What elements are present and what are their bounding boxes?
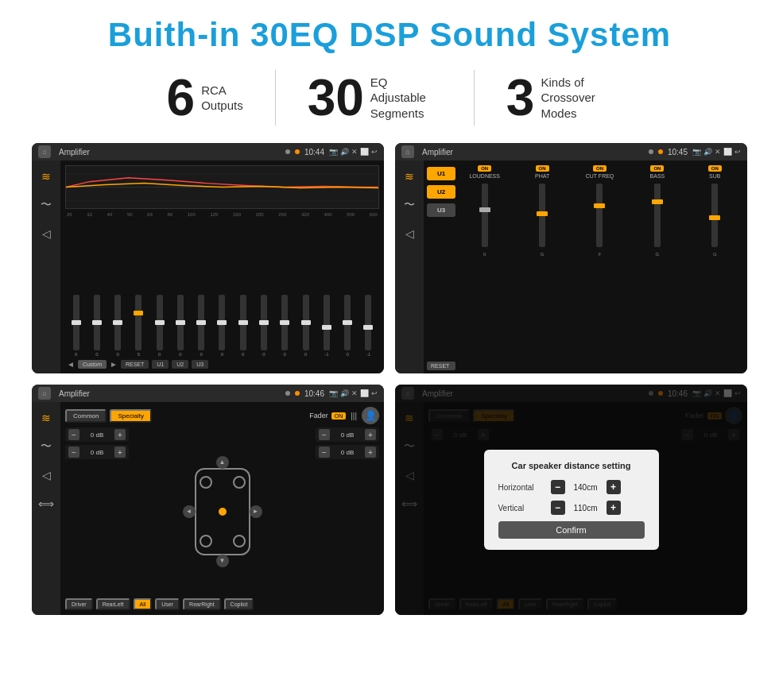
- distance-vertical-plus[interactable]: +: [607, 501, 621, 515]
- distance-dialog-title: Car speaker distance setting: [498, 461, 645, 470]
- fader-on-badge[interactable]: ON: [331, 412, 347, 420]
- crossover-u3-btn[interactable]: U3: [427, 203, 455, 217]
- eq-reset-btn[interactable]: RESET: [121, 360, 149, 369]
- crossover-reset-btn[interactable]: RESET: [427, 362, 455, 370]
- cutfreq-label: CUT FREQ: [586, 173, 614, 179]
- eq-label-100: 100: [188, 212, 196, 217]
- distance-horizontal-minus[interactable]: −: [551, 480, 565, 494]
- stat-rca-number: 6: [167, 72, 196, 123]
- eq-label-32: 32: [87, 212, 92, 217]
- fader-vol-plus-4[interactable]: +: [365, 447, 376, 458]
- fader-all-btn[interactable]: All: [134, 598, 153, 610]
- eq-custom-btn[interactable]: Custom: [78, 360, 107, 369]
- eq-u2-btn[interactable]: U2: [172, 360, 188, 369]
- distance-vertical-minus[interactable]: −: [551, 501, 565, 515]
- fader-vol-plus-1[interactable]: +: [114, 429, 126, 440]
- eq-sidebar-icon-1[interactable]: ≋: [37, 167, 56, 186]
- fader-rearleft-btn[interactable]: RearLeft: [96, 598, 130, 610]
- crossover-sliders: ON LOUDNESS 0 ON PHAT G ON: [455, 164, 744, 370]
- eq-sidebar-icon-2[interactable]: 〜: [37, 195, 56, 215]
- camera-icon-3: 📷: [329, 389, 338, 397]
- eq-sidebar: ≋ 〜 ◁: [32, 160, 60, 373]
- eq-sidebar-icon-3[interactable]: ◁: [37, 224, 56, 243]
- crossover-sidebar-icon-1[interactable]: ≋: [400, 167, 419, 186]
- fader-vol-plus-3[interactable]: +: [365, 429, 376, 440]
- eq-label-40: 40: [107, 212, 113, 217]
- status-dot-2a: [649, 149, 653, 154]
- eq-label-50: 50: [127, 212, 133, 217]
- crossover-u-buttons: U1 U2 U3 RESET: [427, 164, 455, 370]
- fader-sidebar-icon-4[interactable]: ⟺: [37, 494, 56, 513]
- crossover-screen-content: ≋ 〜 ◁ U1 U2 U3 RESET ON LOUDNESS: [395, 160, 747, 373]
- crossover-status-icons: 📷 🔊 ✕ ⬜ ↩: [692, 148, 741, 156]
- eq-u1-btn[interactable]: U1: [152, 360, 169, 369]
- stat-crossover: 3 Kinds ofCrossover Modes: [475, 72, 645, 123]
- crossover-u1-btn[interactable]: U1: [427, 167, 455, 180]
- distance-vertical-row: Vertical − 110cm +: [498, 501, 645, 515]
- cutfreq-on-badge[interactable]: ON: [593, 165, 607, 172]
- fader-screen-card: ⌂ Amplifier 10:46 📷 🔊 ✕ ⬜ ↩ ≋ 〜 ◁: [32, 385, 384, 615]
- distance-horizontal-plus[interactable]: +: [607, 480, 621, 494]
- loudness-on-badge[interactable]: ON: [478, 165, 491, 172]
- fader-left-volumes: − 0 dB + − 0 dB +: [65, 427, 129, 595]
- arrow-right-btn[interactable]: ►: [250, 505, 262, 518]
- eq-slider-5: 0: [171, 295, 189, 357]
- fader-status-bar: ⌂ Amplifier 10:46 📷 🔊 ✕ ⬜ ↩: [32, 385, 384, 402]
- speaker-br: [233, 535, 246, 547]
- fader-vol-row-2: − 0 dB +: [65, 445, 129, 459]
- status-dot-2b: [658, 149, 663, 154]
- distance-dialog-box: Car speaker distance setting Horizontal …: [484, 450, 659, 550]
- main-title: Buith-in 30EQ DSP Sound System: [32, 16, 747, 54]
- fader-vol-minus-3[interactable]: −: [319, 429, 330, 440]
- rect-icon-2: ⬜: [723, 148, 732, 156]
- rect-icon-1: ⬜: [360, 148, 369, 156]
- phat-on-badge[interactable]: ON: [536, 165, 549, 172]
- fader-specialty-tab[interactable]: Specialty: [110, 409, 151, 423]
- fader-vol-plus-2[interactable]: +: [114, 447, 126, 458]
- crossover-sidebar-icon-2[interactable]: 〜: [400, 195, 419, 215]
- fader-bottom-buttons: Driver RearLeft All User RearRight Copil…: [65, 598, 379, 610]
- fader-top-bar: Common Specialty Fader ON ||| 👤: [65, 407, 379, 424]
- sub-on-badge[interactable]: ON: [708, 165, 722, 172]
- fader-sidebar-icon-3[interactable]: ◁: [37, 466, 56, 485]
- fader-sidebar-icon-2[interactable]: 〜: [37, 437, 56, 456]
- eq-label-400: 400: [324, 212, 332, 217]
- eq-label-80: 80: [167, 212, 172, 217]
- back-icon-3: ↩: [371, 389, 378, 397]
- fader-rearright-btn[interactable]: RearRight: [183, 598, 221, 610]
- stat-crossover-number: 3: [506, 72, 535, 123]
- fader-screen-title: Amplifier: [59, 389, 281, 398]
- fader-vol-minus-4[interactable]: −: [319, 447, 330, 458]
- bass-on-badge[interactable]: ON: [650, 165, 664, 172]
- arrow-down-btn[interactable]: ▼: [216, 555, 229, 567]
- arrow-up-btn[interactable]: ▲: [216, 456, 229, 469]
- fader-vol-row-3: − 0 dB +: [316, 427, 379, 442]
- fader-common-tab[interactable]: Common: [65, 409, 107, 423]
- eq-screen-content: ≋ 〜 ◁: [32, 160, 384, 373]
- distance-confirm-button[interactable]: Confirm: [498, 521, 645, 539]
- eq-slider-13: 0: [338, 295, 356, 357]
- crossover-status-time: 10:45: [668, 148, 688, 157]
- fader-main: Common Specialty Fader ON ||| 👤 − 0 dB +: [60, 402, 384, 615]
- fader-driver-btn[interactable]: Driver: [65, 598, 93, 610]
- home-icon-3: ⌂: [38, 387, 51, 400]
- eq-slider-14: -1: [359, 295, 378, 357]
- eq-u3-btn[interactable]: U3: [192, 360, 208, 369]
- fader-right-volumes: − 0 dB + − 0 dB +: [316, 427, 379, 595]
- stat-rca: 6 RCAOutputs: [135, 72, 275, 123]
- phat-label: PHAT: [535, 173, 549, 179]
- eq-prev-btn[interactable]: ◄: [67, 360, 75, 369]
- arrow-left-btn[interactable]: ◄: [183, 505, 196, 518]
- fader-vol-minus-2[interactable]: −: [68, 447, 79, 458]
- eq-next-btn[interactable]: ►: [110, 360, 118, 369]
- crossover-u2-btn[interactable]: U2: [427, 185, 455, 199]
- crossover-sidebar-icon-3[interactable]: ◁: [400, 224, 419, 243]
- fader-user-btn[interactable]: User: [155, 598, 180, 610]
- cross-col-loudness: ON LOUDNESS 0: [457, 165, 512, 369]
- fader-vol-minus-1[interactable]: −: [68, 429, 79, 440]
- eq-slider-11: 0: [296, 295, 315, 357]
- fader-copilot-btn[interactable]: Copilot: [224, 598, 254, 610]
- fader-label: Fader: [309, 412, 328, 420]
- fader-sidebar-icon-1[interactable]: ≋: [37, 408, 56, 427]
- crossover-screen-title: Amplifier: [422, 148, 644, 157]
